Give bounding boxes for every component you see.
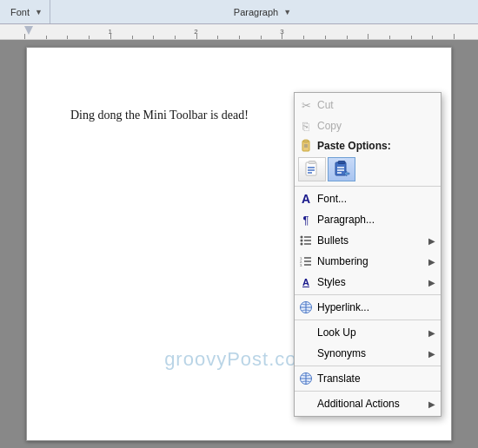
ruler-tick [239,36,240,39]
ruler-tick [217,36,218,39]
separator-1 [295,186,441,187]
ruler-tick [132,36,133,39]
paste-label-icon [298,138,314,154]
context-menu-font[interactable]: A Font... [295,188,441,209]
ruler-tick [454,34,455,39]
styles-arrow: ▶ [428,278,435,287]
synonyms-label: Synonyms [317,347,425,359]
synonyms-arrow: ▶ [428,349,435,359]
font-icon: A [298,191,314,207]
context-menu-cut[interactable]: ✂ Cut [295,95,441,115]
separator-3 [295,320,441,320]
svg-rect-1 [304,140,309,142]
ruler-tick [261,36,262,39]
ruler-tick [432,36,433,39]
hyperlink-label: Hyperlink... [317,301,435,313]
font-label: Font... [317,193,435,205]
paste-merge-formatting-button[interactable] [328,157,355,181]
document-area: Ding dong the Mini Toolbar is dead! groo… [0,40,478,448]
context-menu-paragraph[interactable]: ¶ Paragraph... [295,209,441,230]
ruler-num: 1 [109,28,112,36]
ruler-tick [175,36,176,39]
paragraph-label: Paragraph... [317,214,435,226]
toolbar: Font ▼ Paragraph ▼ [0,0,478,24]
context-menu: ✂ Cut ⎘ Copy Paste Options: [294,92,441,417]
ruler-tick [89,36,90,39]
paragraph-icon: ¶ [298,212,314,227]
styles-label: Styles [317,276,425,288]
context-menu-bullets[interactable]: Bullets ▶ [295,230,441,251]
styles-icon: A [298,274,314,290]
ruler-tick [303,36,304,39]
translate-icon [298,371,314,386]
paragraph-group: Paragraph ▼ [50,0,475,23]
svg-rect-10 [338,161,345,164]
ruler-num: 2 [194,28,197,36]
ruler-tick [389,36,390,39]
paste-options-title: Paste Options: [317,140,391,152]
synonyms-icon [298,346,314,361]
context-menu-copy[interactable]: ⎘ Copy [295,115,441,136]
font-group: Font ▼ [3,0,50,23]
additional-actions-arrow: ▶ [428,399,435,409]
bullets-arrow: ▶ [428,236,435,246]
ruler-tick [411,36,412,39]
svg-text:3.: 3. [300,263,302,267]
paste-keep-source-button[interactable] [298,157,326,181]
bullets-icon [298,233,314,248]
context-menu-additional-actions[interactable]: Additional Actions ▶ [295,393,441,414]
ruler-tick [46,36,47,39]
ruler-tick [24,34,25,39]
separator-4 [295,366,441,366]
copy-label: Copy [317,120,435,132]
additional-actions-label: Additional Actions [317,398,425,410]
context-menu-translate[interactable]: Translate [295,368,441,389]
ruler-num: 3 [280,28,283,36]
numbering-arrow: ▶ [428,257,435,267]
context-menu-lookup[interactable]: Look Up ▶ [295,322,441,343]
ruler-tick [67,36,68,39]
context-menu-styles[interactable]: A Styles ▶ [295,272,441,293]
cut-icon: ✂ [298,97,314,113]
context-menu-synonyms[interactable]: Synonyms ▶ [295,343,441,364]
paste-buttons-row [295,155,441,184]
translate-label: Translate [317,372,435,385]
separator-2 [295,294,441,295]
lookup-label: Look Up [317,326,425,339]
copy-icon: ⎘ [298,118,314,134]
svg-point-17 [301,240,303,242]
lookup-icon [298,325,314,340]
ruler-indent[interactable] [24,26,33,35]
context-menu-numbering[interactable]: 1. 2. 3. Numbering ▶ [295,251,441,272]
svg-point-15 [301,236,303,239]
ruler-inner: 1 2 3 [24,24,454,39]
svg-rect-5 [309,161,315,164]
ruler-tick [325,36,326,39]
context-menu-paste-options-label: Paste Options: [295,136,441,155]
separator-5 [295,391,441,392]
font-label: Font [10,7,30,17]
hyperlink-icon [298,300,314,315]
ruler-tick [368,34,368,39]
numbering-icon: 1. 2. 3. [298,254,314,269]
svg-point-19 [301,243,303,246]
ruler-tick [347,36,348,39]
paragraph-label: Paragraph [234,7,278,17]
ruler: 1 2 3 [0,24,478,40]
context-menu-hyperlink[interactable]: Hyperlink... [295,297,441,318]
lookup-arrow: ▶ [428,328,435,338]
additional-actions-icon [298,396,314,412]
ruler-tick [153,36,154,39]
font-expand-icon: ▼ [35,8,43,16]
bullets-label: Bullets [317,234,425,247]
watermark: groovyPost.com [164,348,314,371]
paragraph-expand-icon: ▼ [283,8,291,16]
numbering-label: Numbering [317,255,425,267]
cut-label: Cut [317,99,435,111]
